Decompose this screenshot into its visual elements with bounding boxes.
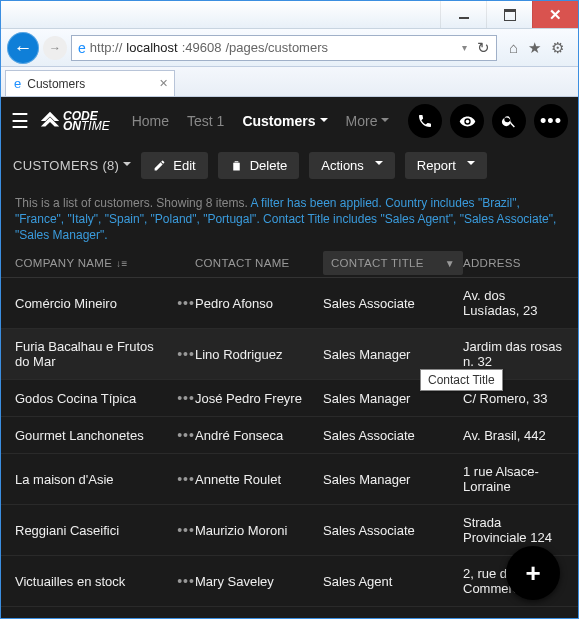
tab-close-icon[interactable]: ✕ xyxy=(159,77,168,90)
tooltip: Contact Title xyxy=(420,369,503,391)
settings-icon[interactable]: ⚙ xyxy=(551,39,564,57)
ie-favicon-icon: e xyxy=(14,76,21,91)
url-host: localhost xyxy=(126,40,177,55)
cell-title: Sales Associate xyxy=(323,428,463,443)
home-icon[interactable]: ⌂ xyxy=(509,39,518,56)
table-row[interactable]: Wellington Importadora•••Paula ParenteSa… xyxy=(1,607,578,618)
app-bar: ☰ CODEONTIME Home Test 1 Customers More … xyxy=(1,97,578,145)
cell-title: Sales Associate xyxy=(323,296,463,311)
filter-icon: ▼ xyxy=(445,258,455,269)
hamburger-icon[interactable]: ☰ xyxy=(11,109,29,133)
table-row[interactable]: Comércio Mineiro•••Pedro AfonsoSales Ass… xyxy=(1,278,578,329)
cell-contact: Maurizio Moroni xyxy=(195,523,323,538)
app-content: ☰ CODEONTIME Home Test 1 Customers More … xyxy=(1,97,578,618)
cell-company: Godos Cocina Típica xyxy=(15,391,171,406)
dropdown-icon[interactable]: ▾ xyxy=(462,42,467,53)
svg-point-0 xyxy=(465,119,469,123)
edit-button[interactable]: Edit xyxy=(141,152,207,179)
browser-tabs: e Customers ✕ xyxy=(1,67,578,97)
row-menu-icon[interactable]: ••• xyxy=(177,390,195,406)
logo-text: CODEONTIME xyxy=(63,111,110,131)
cell-company: Victuailles en stock xyxy=(15,574,171,589)
row-menu-icon[interactable]: ••• xyxy=(177,427,195,443)
cell-title: Sales Agent xyxy=(323,574,463,589)
address-bar[interactable]: e http://localhost:49608/pages/customers… xyxy=(71,35,497,61)
more-icon[interactable]: ••• xyxy=(534,104,568,138)
delete-button[interactable]: Delete xyxy=(218,152,300,179)
table-row[interactable]: Reggiani Caseifici•••Maurizio MoroniSale… xyxy=(1,505,578,556)
header-company[interactable]: COMPANY NAME↓≡ xyxy=(15,257,195,269)
nav-home[interactable]: Home xyxy=(132,113,169,129)
cell-address: Rua do Mercado, 12 xyxy=(463,617,564,618)
cell-title: Sales Manager xyxy=(323,472,463,487)
cell-company: La maison d'Asie xyxy=(15,472,171,487)
cell-company: Furia Bacalhau e Frutos do Mar xyxy=(15,339,171,369)
table-row[interactable]: La maison d'Asie•••Annette RouletSales M… xyxy=(1,454,578,505)
actions-button[interactable]: Actions xyxy=(309,152,395,179)
add-button[interactable]: + xyxy=(506,546,560,600)
info-text: This is a list of customers. Showing 8 i… xyxy=(15,196,250,210)
cell-contact: Lino Rodriguez xyxy=(195,347,323,362)
table-row[interactable]: Victuailles en stock•••Mary SaveleySales… xyxy=(1,556,578,607)
toolbar: CUSTOMERS (8) Edit Delete Actions Report xyxy=(1,145,578,185)
report-button[interactable]: Report xyxy=(405,152,487,179)
header-contact-title[interactable]: CONTACT TITLE▼ xyxy=(323,251,463,275)
sort-icon: ↓≡ xyxy=(116,258,127,269)
header-contact-name[interactable]: CONTACT NAME xyxy=(195,257,323,269)
forward-button[interactable]: → xyxy=(43,36,67,60)
cell-title: Sales Associate xyxy=(323,523,463,538)
row-menu-icon[interactable]: ••• xyxy=(177,295,195,311)
record-count[interactable]: CUSTOMERS (8) xyxy=(13,158,131,173)
search-icon[interactable] xyxy=(492,104,526,138)
nav-customers[interactable]: Customers xyxy=(242,113,327,129)
url-prefix: http:// xyxy=(90,40,123,55)
back-button[interactable]: ← xyxy=(7,32,39,64)
cell-company: Reggiani Caseifici xyxy=(15,523,171,538)
cell-contact: Mary Saveley xyxy=(195,574,323,589)
row-menu-icon[interactable]: ••• xyxy=(177,573,195,589)
cell-contact: Annette Roulet xyxy=(195,472,323,487)
row-menu-icon[interactable]: ••• xyxy=(177,346,195,362)
window-close-button[interactable]: ✕ xyxy=(532,1,578,28)
cell-company: Gourmet Lanchonetes xyxy=(15,428,171,443)
favorites-icon[interactable]: ★ xyxy=(528,39,541,57)
cell-title: Sales Manager xyxy=(323,391,463,406)
logo-icon xyxy=(39,110,61,132)
url-path: /pages/customers xyxy=(225,40,328,55)
filter-info: This is a list of customers. Showing 8 i… xyxy=(1,185,578,249)
cell-contact: André Fonseca xyxy=(195,428,323,443)
tab-title: Customers xyxy=(27,77,85,91)
cell-contact: Pedro Afonso xyxy=(195,296,323,311)
nav-more[interactable]: More xyxy=(346,113,390,129)
cell-address: Jardim das rosas n. 32 xyxy=(463,339,564,369)
cell-address: Strada Provinciale 124 xyxy=(463,515,564,545)
cell-address: C/ Romero, 33 xyxy=(463,391,564,406)
table-row[interactable]: Gourmet Lanchonetes•••André FonsecaSales… xyxy=(1,417,578,454)
cell-address: Av. Brasil, 442 xyxy=(463,428,564,443)
window-minimize-button[interactable] xyxy=(440,1,486,28)
url-port: :49608 xyxy=(182,40,222,55)
phone-icon[interactable] xyxy=(408,104,442,138)
window-titlebar: ✕ xyxy=(1,1,578,29)
cell-address: 1 rue Alsace-Lorraine xyxy=(463,464,564,494)
row-menu-icon[interactable]: ••• xyxy=(177,522,195,538)
cell-company: Comércio Mineiro xyxy=(15,296,171,311)
header-address[interactable]: ADDRESS xyxy=(463,257,564,269)
cell-address: Av. dos Lusíadas, 23 xyxy=(463,288,564,318)
browser-navbar: ← → e http://localhost:49608/pages/custo… xyxy=(1,29,578,67)
eye-icon[interactable] xyxy=(450,104,484,138)
row-menu-icon[interactable]: ••• xyxy=(177,471,195,487)
browser-tab[interactable]: e Customers ✕ xyxy=(5,70,175,96)
logo: CODEONTIME xyxy=(39,110,110,132)
cell-contact: José Pedro Freyre xyxy=(195,391,323,406)
nav-test1[interactable]: Test 1 xyxy=(187,113,224,129)
data-grid: COMPANY NAME↓≡ CONTACT NAME CONTACT TITL… xyxy=(1,249,578,618)
window-maximize-button[interactable] xyxy=(486,1,532,28)
ie-icon: e xyxy=(78,40,86,56)
cell-title: Sales Manager xyxy=(323,347,463,362)
refresh-icon[interactable]: ↻ xyxy=(477,39,490,57)
